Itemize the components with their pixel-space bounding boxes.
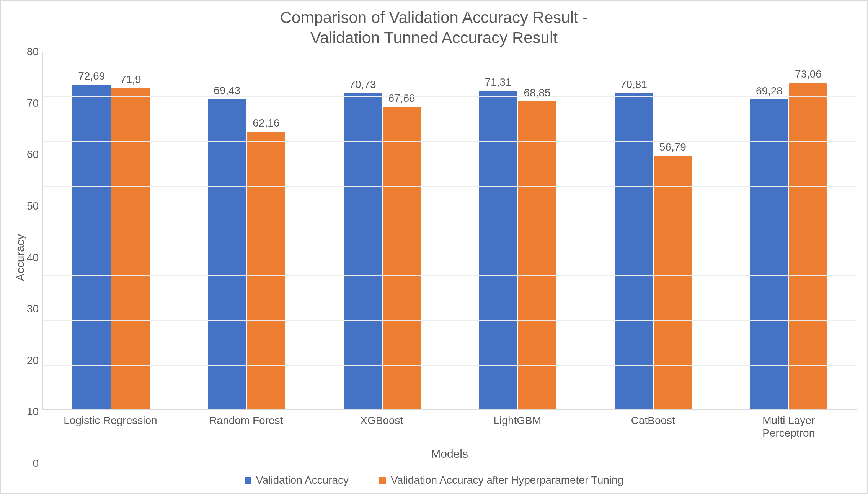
gridline xyxy=(43,275,857,276)
gridline xyxy=(43,96,857,97)
chart-frame: Comparison of Validation Accuracy Result… xyxy=(0,0,868,494)
bar-value-label: 73,06 xyxy=(795,68,822,80)
legend-swatch-icon xyxy=(245,477,251,484)
category-label: Random Forest xyxy=(178,410,314,440)
bar-value-label: 69,43 xyxy=(214,84,240,97)
legend-label: Validation Accuracy xyxy=(256,474,349,486)
category-labels-row: Logistic RegressionRandom ForestXGBoostL… xyxy=(42,410,857,440)
bar xyxy=(247,132,285,410)
bar xyxy=(615,93,653,410)
bar-value-label: 62,16 xyxy=(253,117,279,129)
x-axis-label: Models xyxy=(42,440,857,463)
category-label: CatBoost xyxy=(585,410,721,440)
bar xyxy=(72,84,111,410)
legend-item: Validation Accuracy xyxy=(245,474,349,486)
plot-area: 72,6971,969,4362,1670,7367,6871,3168,857… xyxy=(42,52,857,410)
legend-label: Validation Accuracy after Hyperparameter… xyxy=(391,474,623,486)
bar-value-label: 67,68 xyxy=(388,92,415,104)
plot-area-wrap: 72,6971,969,4362,1670,7367,6871,3168,857… xyxy=(42,52,857,463)
bar-value-label: 71,31 xyxy=(485,76,512,88)
y-axis-label: Accuracy xyxy=(11,234,27,281)
plot-row: Accuracy 80706050403020100 72,6971,969,4… xyxy=(11,52,857,463)
bar xyxy=(518,101,556,409)
gridline xyxy=(43,320,857,321)
bar-value-label: 69,28 xyxy=(756,85,783,97)
gridline xyxy=(43,186,857,187)
bar xyxy=(479,91,517,410)
bar-value-label: 56,79 xyxy=(659,141,686,153)
y-axis-ticks: 80706050403020100 xyxy=(27,52,42,463)
legend-item: Validation Accuracy after Hyperparameter… xyxy=(379,474,623,486)
bar xyxy=(789,83,827,410)
category-label: LightGBM xyxy=(450,410,585,440)
bar-value-label: 72,69 xyxy=(78,70,105,82)
legend: Validation AccuracyValidation Accuracy a… xyxy=(11,463,857,489)
bar xyxy=(208,99,246,410)
gridline xyxy=(43,365,857,366)
chart-title-line2: Validation Tunned Accuracy Result xyxy=(11,28,857,48)
gridline xyxy=(43,231,857,231)
category-label: Multi LayerPerceptron xyxy=(721,410,857,440)
bar-value-label: 68,85 xyxy=(524,87,551,99)
bar-value-label: 71,9 xyxy=(120,73,141,86)
category-label: Logistic Regression xyxy=(42,410,178,440)
bar xyxy=(111,88,150,410)
bar-value-label: 70,73 xyxy=(349,78,376,91)
bar xyxy=(383,107,421,410)
bar xyxy=(750,99,788,409)
chart-title: Comparison of Validation Accuracy Result… xyxy=(11,8,857,48)
bar xyxy=(654,156,692,410)
bar xyxy=(344,93,382,409)
gridline xyxy=(43,141,857,142)
chart-title-line1: Comparison of Validation Accuracy Result… xyxy=(11,8,857,28)
bar-value-label: 70,81 xyxy=(620,78,647,91)
legend-swatch-icon xyxy=(379,477,386,484)
category-label: XGBoost xyxy=(314,410,449,440)
gridline xyxy=(43,52,857,52)
